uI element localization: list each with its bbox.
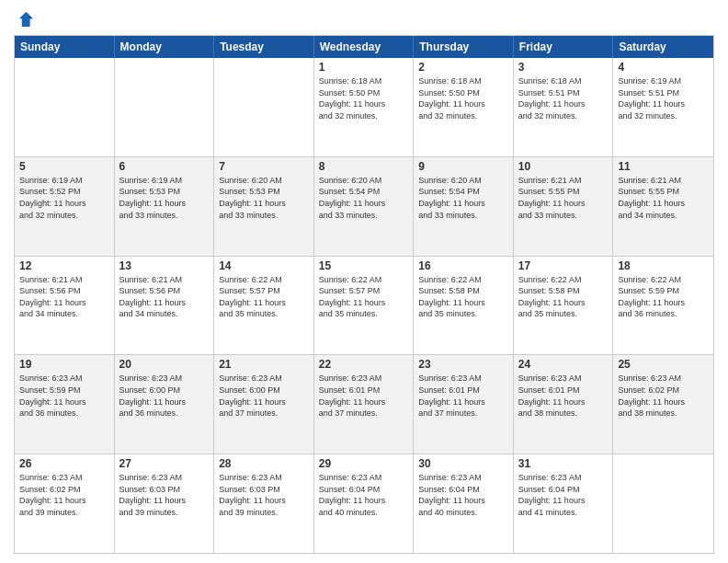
header-day-monday: Monday	[115, 36, 215, 58]
day-info: Sunrise: 6:23 AM Sunset: 6:01 PM Dayligh…	[418, 373, 508, 419]
calendar-cell: 30Sunrise: 6:23 AM Sunset: 6:04 PM Dayli…	[414, 454, 514, 553]
day-number: 19	[19, 358, 109, 371]
calendar-cell: 19Sunrise: 6:23 AM Sunset: 5:59 PM Dayli…	[15, 355, 115, 454]
calendar-cell: 18Sunrise: 6:22 AM Sunset: 5:59 PM Dayli…	[613, 257, 713, 355]
calendar-cell: 2Sunrise: 6:18 AM Sunset: 5:50 PM Daylig…	[414, 58, 514, 156]
day-number: 16	[418, 259, 508, 272]
calendar-cell: 10Sunrise: 6:21 AM Sunset: 5:55 PM Dayli…	[514, 157, 614, 256]
calendar-body: 1Sunrise: 6:18 AM Sunset: 5:50 PM Daylig…	[15, 58, 713, 553]
day-info: Sunrise: 6:23 AM Sunset: 6:03 PM Dayligh…	[119, 472, 210, 518]
day-number: 8	[319, 160, 409, 173]
calendar-cell	[15, 58, 115, 156]
calendar-cell: 9Sunrise: 6:20 AM Sunset: 5:54 PM Daylig…	[414, 157, 514, 256]
calendar-cell: 1Sunrise: 6:18 AM Sunset: 5:50 PM Daylig…	[314, 58, 415, 156]
day-info: Sunrise: 6:23 AM Sunset: 6:00 PM Dayligh…	[119, 373, 210, 419]
calendar-cell: 5Sunrise: 6:19 AM Sunset: 5:52 PM Daylig…	[15, 157, 115, 256]
calendar-row-5: 26Sunrise: 6:23 AM Sunset: 6:02 PM Dayli…	[15, 454, 713, 553]
calendar-cell: 4Sunrise: 6:19 AM Sunset: 5:51 PM Daylig…	[613, 58, 713, 156]
calendar-row-2: 5Sunrise: 6:19 AM Sunset: 5:52 PM Daylig…	[15, 157, 713, 257]
day-info: Sunrise: 6:22 AM Sunset: 5:58 PM Dayligh…	[518, 274, 609, 320]
day-info: Sunrise: 6:20 AM Sunset: 5:54 PM Dayligh…	[319, 175, 409, 221]
calendar-row-1: 1Sunrise: 6:18 AM Sunset: 5:50 PM Daylig…	[15, 58, 713, 157]
day-info: Sunrise: 6:21 AM Sunset: 5:55 PM Dayligh…	[518, 175, 609, 221]
day-number: 26	[19, 457, 109, 470]
day-number: 17	[518, 259, 609, 272]
logo	[14, 9, 38, 29]
calendar-cell: 22Sunrise: 6:23 AM Sunset: 6:01 PM Dayli…	[314, 355, 415, 454]
day-info: Sunrise: 6:20 AM Sunset: 5:54 PM Dayligh…	[418, 175, 508, 221]
day-number: 10	[518, 160, 609, 173]
calendar-cell: 15Sunrise: 6:22 AM Sunset: 5:57 PM Dayli…	[314, 257, 415, 355]
day-number: 22	[319, 358, 409, 371]
calendar-cell: 16Sunrise: 6:22 AM Sunset: 5:58 PM Dayli…	[414, 257, 514, 355]
header-day-tuesday: Tuesday	[214, 36, 314, 58]
calendar-cell: 17Sunrise: 6:22 AM Sunset: 5:58 PM Dayli…	[514, 257, 614, 355]
day-number: 15	[319, 259, 409, 272]
calendar: SundayMondayTuesdayWednesdayThursdayFrid…	[14, 35, 714, 554]
calendar-cell	[115, 58, 215, 156]
calendar-cell: 6Sunrise: 6:19 AM Sunset: 5:53 PM Daylig…	[115, 157, 215, 256]
day-info: Sunrise: 6:23 AM Sunset: 6:02 PM Dayligh…	[19, 472, 109, 518]
calendar-header: SundayMondayTuesdayWednesdayThursdayFrid…	[15, 36, 713, 58]
day-info: Sunrise: 6:18 AM Sunset: 5:50 PM Dayligh…	[418, 75, 508, 121]
calendar-cell: 11Sunrise: 6:21 AM Sunset: 5:55 PM Dayli…	[613, 157, 713, 256]
calendar-cell: 3Sunrise: 6:18 AM Sunset: 5:51 PM Daylig…	[514, 58, 614, 156]
day-info: Sunrise: 6:23 AM Sunset: 6:04 PM Dayligh…	[518, 472, 609, 518]
calendar-cell: 21Sunrise: 6:23 AM Sunset: 6:00 PM Dayli…	[214, 355, 314, 454]
day-info: Sunrise: 6:21 AM Sunset: 5:55 PM Dayligh…	[618, 175, 709, 221]
day-info: Sunrise: 6:22 AM Sunset: 5:57 PM Dayligh…	[319, 274, 409, 320]
day-info: Sunrise: 6:23 AM Sunset: 6:01 PM Dayligh…	[518, 373, 609, 419]
day-number: 23	[418, 358, 508, 371]
day-info: Sunrise: 6:23 AM Sunset: 6:04 PM Dayligh…	[319, 472, 409, 518]
day-number: 18	[618, 259, 709, 272]
day-number: 29	[319, 457, 409, 470]
day-info: Sunrise: 6:18 AM Sunset: 5:51 PM Dayligh…	[518, 75, 609, 121]
header	[14, 9, 714, 29]
header-day-wednesday: Wednesday	[314, 36, 415, 58]
day-number: 30	[418, 457, 508, 470]
day-number: 1	[319, 61, 409, 74]
day-info: Sunrise: 6:19 AM Sunset: 5:52 PM Dayligh…	[19, 175, 109, 221]
calendar-cell: 23Sunrise: 6:23 AM Sunset: 6:01 PM Dayli…	[414, 355, 514, 454]
calendar-cell: 25Sunrise: 6:23 AM Sunset: 6:02 PM Dayli…	[613, 355, 713, 454]
day-info: Sunrise: 6:23 AM Sunset: 6:03 PM Dayligh…	[219, 472, 309, 518]
day-number: 9	[418, 160, 508, 173]
day-number: 2	[418, 61, 508, 74]
day-number: 27	[119, 457, 210, 470]
header-day-saturday: Saturday	[613, 36, 713, 58]
day-info: Sunrise: 6:22 AM Sunset: 5:58 PM Dayligh…	[418, 274, 508, 320]
calendar-cell	[214, 58, 314, 156]
day-info: Sunrise: 6:23 AM Sunset: 6:00 PM Dayligh…	[219, 373, 309, 419]
calendar-cell: 28Sunrise: 6:23 AM Sunset: 6:03 PM Dayli…	[214, 454, 314, 553]
day-number: 12	[19, 259, 109, 272]
day-number: 6	[119, 160, 210, 173]
day-number: 3	[518, 61, 609, 74]
calendar-cell: 24Sunrise: 6:23 AM Sunset: 6:01 PM Dayli…	[514, 355, 614, 454]
calendar-cell: 8Sunrise: 6:20 AM Sunset: 5:54 PM Daylig…	[314, 157, 415, 256]
header-day-thursday: Thursday	[414, 36, 514, 58]
day-info: Sunrise: 6:21 AM Sunset: 5:56 PM Dayligh…	[19, 274, 109, 320]
calendar-cell: 26Sunrise: 6:23 AM Sunset: 6:02 PM Dayli…	[15, 454, 115, 553]
svg-marker-0	[19, 12, 33, 27]
calendar-row-4: 19Sunrise: 6:23 AM Sunset: 5:59 PM Dayli…	[15, 355, 713, 454]
day-number: 13	[119, 259, 210, 272]
day-number: 24	[518, 358, 609, 371]
day-info: Sunrise: 6:20 AM Sunset: 5:53 PM Dayligh…	[219, 175, 309, 221]
day-info: Sunrise: 6:19 AM Sunset: 5:53 PM Dayligh…	[119, 175, 210, 221]
day-number: 28	[219, 457, 309, 470]
calendar-cell: 13Sunrise: 6:21 AM Sunset: 5:56 PM Dayli…	[115, 257, 215, 355]
calendar-page: SundayMondayTuesdayWednesdayThursdayFrid…	[0, 0, 728, 563]
day-info: Sunrise: 6:23 AM Sunset: 6:02 PM Dayligh…	[618, 373, 709, 419]
calendar-cell: 20Sunrise: 6:23 AM Sunset: 6:00 PM Dayli…	[115, 355, 215, 454]
day-number: 25	[618, 358, 709, 371]
calendar-cell	[613, 454, 713, 553]
header-day-friday: Friday	[514, 36, 614, 58]
day-info: Sunrise: 6:18 AM Sunset: 5:50 PM Dayligh…	[319, 75, 409, 121]
day-info: Sunrise: 6:23 AM Sunset: 6:01 PM Dayligh…	[319, 373, 409, 419]
day-number: 20	[119, 358, 210, 371]
calendar-cell: 14Sunrise: 6:22 AM Sunset: 5:57 PM Dayli…	[214, 257, 314, 355]
calendar-cell: 12Sunrise: 6:21 AM Sunset: 5:56 PM Dayli…	[15, 257, 115, 355]
calendar-cell: 29Sunrise: 6:23 AM Sunset: 6:04 PM Dayli…	[314, 454, 415, 553]
calendar-cell: 27Sunrise: 6:23 AM Sunset: 6:03 PM Dayli…	[115, 454, 215, 553]
day-number: 14	[219, 259, 309, 272]
